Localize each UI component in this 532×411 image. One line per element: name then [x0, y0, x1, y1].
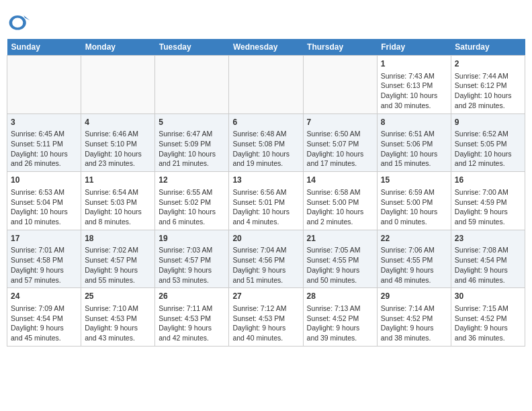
day-info: Sunrise: 6:51 AM Sunset: 5:06 PM Dayligh… [381, 129, 447, 169]
day-number: 5 [159, 117, 225, 128]
calendar-cell-w0d6: 2Sunrise: 7:44 AM Sunset: 6:12 PM Daylig… [451, 56, 525, 114]
day-info: Sunrise: 6:52 AM Sunset: 5:05 PM Dayligh… [455, 129, 521, 169]
weekday-header-friday: Friday [377, 39, 451, 56]
day-info: Sunrise: 7:15 AM Sunset: 4:52 PM Dayligh… [455, 304, 521, 343]
day-info: Sunrise: 7:08 AM Sunset: 4:54 PM Dayligh… [455, 245, 521, 285]
day-info: Sunrise: 7:04 AM Sunset: 4:56 PM Dayligh… [232, 245, 299, 285]
day-info: Sunrise: 7:10 AM Sunset: 4:53 PM Dayligh… [85, 304, 151, 343]
day-number: 4 [85, 117, 151, 128]
weekday-header-wednesday: Wednesday [229, 39, 303, 56]
day-number: 27 [232, 291, 299, 302]
day-info: Sunrise: 7:14 AM Sunset: 4:52 PM Dayligh… [381, 304, 447, 343]
day-info: Sunrise: 7:02 AM Sunset: 4:57 PM Dayligh… [85, 245, 151, 285]
day-number: 8 [381, 117, 447, 128]
day-info: Sunrise: 6:59 AM Sunset: 5:00 PM Dayligh… [381, 187, 447, 227]
day-number: 24 [11, 291, 77, 302]
weekday-header-sunday: Sunday [7, 39, 81, 56]
logo-icon [7, 9, 31, 34]
calendar-cell-w1d4: 7Sunrise: 6:50 AM Sunset: 5:07 PM Daylig… [303, 113, 377, 172]
calendar-cell-w0d1 [81, 56, 155, 114]
day-number: 17 [11, 233, 77, 244]
calendar-cell-w1d6: 9Sunrise: 6:52 AM Sunset: 5:05 PM Daylig… [451, 113, 525, 172]
calendar-cell-w4d1: 25Sunrise: 7:10 AM Sunset: 4:53 PM Dayli… [81, 288, 155, 347]
day-info: Sunrise: 6:56 AM Sunset: 5:01 PM Dayligh… [232, 187, 299, 227]
day-number: 14 [307, 175, 373, 186]
calendar-cell-w4d3: 27Sunrise: 7:12 AM Sunset: 4:53 PM Dayli… [229, 288, 303, 347]
day-info: Sunrise: 7:01 AM Sunset: 4:58 PM Dayligh… [11, 245, 77, 285]
weekday-header-monday: Monday [81, 39, 155, 56]
calendar-cell-w4d6: 30Sunrise: 7:15 AM Sunset: 4:52 PM Dayli… [451, 288, 525, 347]
day-info: Sunrise: 6:53 AM Sunset: 5:04 PM Dayligh… [11, 187, 77, 227]
calendar-cell-w3d3: 20Sunrise: 7:04 AM Sunset: 4:56 PM Dayli… [229, 230, 303, 288]
day-info: Sunrise: 6:54 AM Sunset: 5:03 PM Dayligh… [85, 187, 151, 227]
day-number: 2 [455, 58, 521, 70]
day-number: 22 [381, 233, 447, 244]
calendar-cell-w1d5: 8Sunrise: 6:51 AM Sunset: 5:06 PM Daylig… [377, 113, 451, 172]
calendar-cell-w0d0 [7, 56, 81, 114]
day-info: Sunrise: 7:00 AM Sunset: 4:59 PM Dayligh… [455, 187, 521, 227]
page-header [7, 7, 525, 34]
day-info: Sunrise: 7:03 AM Sunset: 4:57 PM Dayligh… [159, 245, 225, 285]
day-info: Sunrise: 6:45 AM Sunset: 5:11 PM Dayligh… [11, 129, 77, 169]
day-info: Sunrise: 7:13 AM Sunset: 4:52 PM Dayligh… [307, 304, 373, 343]
day-number: 6 [232, 117, 299, 128]
calendar-cell-w2d0: 10Sunrise: 6:53 AM Sunset: 5:04 PM Dayli… [7, 172, 81, 230]
day-number: 15 [381, 175, 447, 186]
calendar-cell-w4d2: 26Sunrise: 7:11 AM Sunset: 4:53 PM Dayli… [155, 288, 229, 347]
day-number: 28 [307, 291, 373, 302]
calendar-cell-w0d4 [303, 56, 377, 114]
day-info: Sunrise: 6:50 AM Sunset: 5:07 PM Dayligh… [307, 129, 373, 169]
calendar-cell-w0d5: 1Sunrise: 7:43 AM Sunset: 6:13 PM Daylig… [377, 56, 451, 114]
day-number: 9 [455, 117, 521, 128]
calendar-cell-w4d5: 29Sunrise: 7:14 AM Sunset: 4:52 PM Dayli… [377, 288, 451, 347]
day-info: Sunrise: 6:46 AM Sunset: 5:10 PM Dayligh… [85, 129, 151, 169]
weekday-header-tuesday: Tuesday [155, 39, 229, 56]
day-number: 10 [11, 175, 77, 186]
calendar-cell-w3d1: 18Sunrise: 7:02 AM Sunset: 4:57 PM Dayli… [81, 230, 155, 288]
day-info: Sunrise: 7:43 AM Sunset: 6:13 PM Dayligh… [381, 71, 447, 111]
calendar-cell-w4d0: 24Sunrise: 7:09 AM Sunset: 4:54 PM Dayli… [7, 288, 81, 347]
day-info: Sunrise: 6:58 AM Sunset: 5:00 PM Dayligh… [307, 187, 373, 227]
calendar-cell-w3d6: 23Sunrise: 7:08 AM Sunset: 4:54 PM Dayli… [451, 230, 525, 288]
calendar-cell-w2d4: 14Sunrise: 6:58 AM Sunset: 5:00 PM Dayli… [303, 172, 377, 230]
calendar-cell-w3d2: 19Sunrise: 7:03 AM Sunset: 4:57 PM Dayli… [155, 230, 229, 288]
calendar-cell-w2d5: 15Sunrise: 6:59 AM Sunset: 5:00 PM Dayli… [377, 172, 451, 230]
day-number: 30 [455, 291, 521, 302]
logo [7, 9, 34, 34]
weekday-header-saturday: Saturday [451, 39, 525, 56]
day-number: 13 [232, 175, 299, 186]
calendar-cell-w2d1: 11Sunrise: 6:54 AM Sunset: 5:03 PM Dayli… [81, 172, 155, 230]
day-number: 3 [11, 117, 77, 128]
calendar-cell-w1d0: 3Sunrise: 6:45 AM Sunset: 5:11 PM Daylig… [7, 113, 81, 172]
day-number: 1 [381, 58, 447, 70]
day-number: 12 [159, 175, 225, 186]
calendar-cell-w0d2 [155, 56, 229, 114]
day-info: Sunrise: 6:55 AM Sunset: 5:02 PM Dayligh… [159, 187, 225, 227]
day-number: 16 [455, 175, 521, 186]
day-number: 18 [85, 233, 151, 244]
day-number: 21 [307, 233, 373, 244]
day-number: 26 [159, 291, 225, 302]
calendar-cell-w2d2: 12Sunrise: 6:55 AM Sunset: 5:02 PM Dayli… [155, 172, 229, 230]
day-number: 25 [85, 291, 151, 302]
calendar-header: SundayMondayTuesdayWednesdayThursdayFrid… [7, 39, 525, 56]
calendar-cell-w0d3 [229, 56, 303, 114]
day-number: 7 [307, 117, 373, 128]
calendar-cell-w3d4: 21Sunrise: 7:05 AM Sunset: 4:55 PM Dayli… [303, 230, 377, 288]
day-number: 29 [381, 291, 447, 302]
calendar-cell-w3d5: 22Sunrise: 7:06 AM Sunset: 4:55 PM Dayli… [377, 230, 451, 288]
svg-point-1 [12, 18, 23, 28]
day-info: Sunrise: 7:12 AM Sunset: 4:53 PM Dayligh… [232, 304, 299, 343]
calendar-table: SundayMondayTuesdayWednesdayThursdayFrid… [7, 39, 525, 347]
day-number: 23 [455, 233, 521, 244]
calendar-cell-w3d0: 17Sunrise: 7:01 AM Sunset: 4:58 PM Dayli… [7, 230, 81, 288]
calendar-cell-w1d1: 4Sunrise: 6:46 AM Sunset: 5:10 PM Daylig… [81, 113, 155, 172]
day-info: Sunrise: 7:05 AM Sunset: 4:55 PM Dayligh… [307, 245, 373, 285]
weekday-header-thursday: Thursday [303, 39, 377, 56]
day-info: Sunrise: 6:48 AM Sunset: 5:08 PM Dayligh… [232, 129, 299, 169]
day-info: Sunrise: 7:11 AM Sunset: 4:53 PM Dayligh… [159, 304, 225, 343]
calendar-cell-w2d6: 16Sunrise: 7:00 AM Sunset: 4:59 PM Dayli… [451, 172, 525, 230]
day-info: Sunrise: 6:47 AM Sunset: 5:09 PM Dayligh… [159, 129, 225, 169]
day-number: 19 [159, 233, 225, 244]
day-number: 11 [85, 175, 151, 186]
